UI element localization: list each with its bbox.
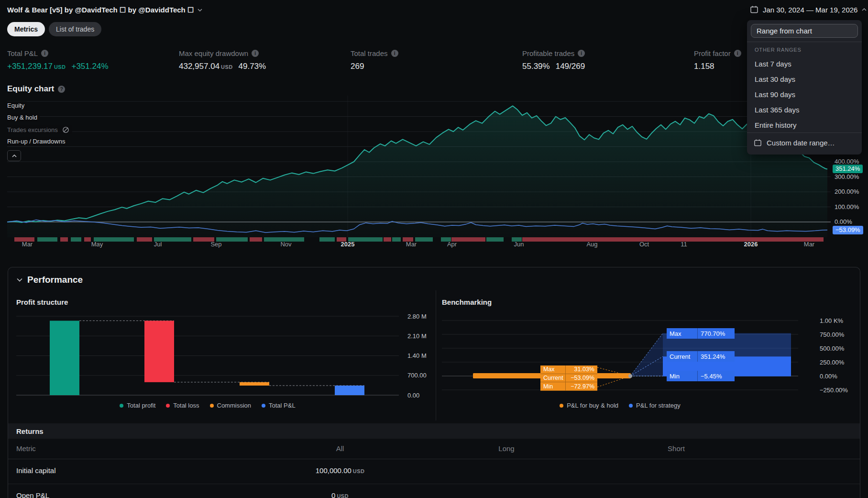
returns-metric-label: Initial capital	[16, 466, 56, 475]
collapse-chart-button[interactable]	[7, 150, 21, 161]
stat-label: Profitable tradesi	[522, 49, 585, 57]
info-icon[interactable]: i	[734, 50, 741, 57]
buy-hold-stat-value: −72.97%	[565, 382, 597, 391]
strategy-stat-chip: Current351.24%	[667, 351, 735, 362]
x-axis-label: Apr	[447, 241, 457, 248]
stat-label: Profit factori	[694, 49, 741, 57]
benchmarking-title: Benchmarking	[442, 298, 492, 306]
tab-metrics[interactable]: Metrics	[7, 22, 45, 36]
benchmarking-canvas[interactable]: 1.00 K%750.00%500.00%250.00%0.00%−250.00…	[442, 310, 860, 406]
info-icon[interactable]: i	[41, 50, 48, 57]
legend-label: Total P&L	[269, 402, 296, 409]
stat-total-trades: Total tradesi269	[351, 49, 398, 71]
returns-column-short: Short	[668, 444, 685, 453]
value-unit: USD	[337, 493, 348, 498]
legend-item-total-p-l[interactable]: Total P&L	[262, 402, 296, 409]
chevron-up-icon	[12, 155, 17, 157]
svg-text:500.00%: 500.00%	[820, 345, 845, 352]
returns-section-header[interactable]: Returns	[8, 423, 860, 439]
svg-text:0.00%: 0.00%	[820, 373, 837, 380]
x-axis-label: Mar	[406, 241, 417, 248]
stat-profitable-trades: Profitable tradesi55.39%149/269	[522, 49, 585, 71]
table-row: Open P&L0USD	[8, 484, 860, 498]
info-icon[interactable]: i	[252, 50, 259, 57]
buy-hold-stat-value: 31.03%	[565, 365, 597, 374]
stat-label-text: Total trades	[351, 49, 388, 57]
stat-value-segment: USD	[54, 64, 66, 70]
strategy-stat-label: Current	[667, 351, 697, 362]
equity-chart-canvas[interactable]	[0, 96, 868, 254]
menu-item-last-30-days[interactable]: Last 30 days	[747, 71, 862, 87]
svg-text:750.00%: 750.00%	[820, 331, 845, 338]
strategy-title[interactable]: Wolf & Bear [v5] by @DavidTech ☐ by @Dav…	[7, 6, 202, 14]
buy-hold-stat-value: −53.09%	[565, 374, 597, 383]
stat-label: Total P&Li	[7, 49, 109, 57]
legend-item-run-up-drawdowns[interactable]: Run-up / Drawdowns	[7, 137, 67, 145]
date-range-menu: Range from chart OTHER RANGES Last 7 day…	[747, 20, 862, 155]
legend-dot	[629, 404, 633, 408]
stat-label: Max equity drawdowni	[179, 49, 266, 57]
legend-dot	[166, 404, 170, 408]
stat-label-text: Max equity drawdown	[179, 49, 248, 57]
stat-total-p-l: Total P&Li+351,239.17USD+351.24%	[7, 49, 109, 71]
performance-heading[interactable]: Performance	[17, 275, 83, 285]
profit-structure-canvas[interactable]: 2.80 M2.10 M1.40 M700.00 K0.00	[16, 310, 428, 406]
x-axis-label: Nov	[280, 241, 291, 248]
performance-panel: Performance Profit structure Benchmarkin…	[8, 267, 860, 498]
buy-hold-stat-label: Current	[540, 374, 565, 383]
strategy-title-text: Wolf & Bear [v5] by @DavidTech ☐ by @Dav…	[7, 6, 194, 14]
stat-profit-factor: Profit factori1.158	[694, 49, 741, 71]
panel-divider	[436, 290, 436, 421]
help-icon[interactable]: ?	[58, 86, 65, 93]
stat-value-segment: 55.39%	[522, 62, 550, 71]
stat-label: Total tradesi	[351, 49, 398, 57]
info-icon[interactable]: i	[391, 50, 398, 57]
date-range-selector[interactable]: Jan 30, 2024 — Mar 19, 2026	[750, 5, 867, 14]
profit-structure-legend: Total profitTotal lossCommissionTotal P&…	[16, 402, 399, 409]
profit-structure-title: Profit structure	[16, 298, 68, 306]
x-axis-label: 2025	[341, 241, 355, 248]
info-icon[interactable]: i	[578, 50, 585, 57]
svg-text:250.00%: 250.00%	[820, 359, 845, 366]
legend-item-equity[interactable]: Equity	[7, 101, 27, 110]
returns-metric-label: Open P&L	[16, 491, 49, 498]
stat-value: 432,957.04USD49.73%	[179, 62, 266, 71]
legend-item-total-profit[interactable]: Total profit	[120, 402, 155, 409]
legend-label: Commission	[217, 402, 252, 409]
returns-metric-value: 0USD	[331, 491, 349, 498]
x-axis-label: May	[91, 241, 103, 248]
eye-off-icon[interactable]	[62, 126, 70, 134]
stat-value-segment: 149/269	[556, 62, 585, 71]
strategy-stat-label: Max	[667, 328, 697, 339]
legend-item-p-l-for-buy-hold[interactable]: P&L for buy & hold	[560, 402, 618, 409]
returns-table-header: MetricAllLongShort	[8, 439, 860, 459]
stat-label-text: Profitable trades	[522, 49, 574, 57]
menu-item-last-365-days[interactable]: Last 365 days	[747, 102, 862, 117]
legend-dot	[210, 404, 214, 408]
legend-item-p-l-for-strategy[interactable]: P&L for strategy	[629, 402, 681, 409]
legend-item-buy-hold[interactable]: Buy & hold	[7, 113, 40, 122]
tab-list-of-trades[interactable]: List of trades	[49, 22, 101, 36]
legend-item-trades-excursions[interactable]: Trades excursions	[7, 125, 72, 134]
menu-item-custom-date-range[interactable]: Custom date range…	[747, 133, 862, 152]
legend-item-commission[interactable]: Commission	[210, 402, 252, 409]
x-axis-label: 11	[681, 241, 687, 248]
stat-value-segment: 269	[351, 62, 364, 71]
menu-item-last-90-days[interactable]: Last 90 days	[747, 87, 862, 102]
y-axis-label: 100.00%	[835, 203, 859, 210]
x-axis-label: Mar	[804, 241, 814, 248]
table-row: Initial capital100,000.00USD	[8, 459, 860, 484]
y-axis-label: 200.00%	[835, 188, 859, 195]
x-axis-label: 2026	[744, 241, 758, 248]
legend-item-label: Run-up / Drawdowns	[7, 138, 65, 145]
equity-chart-area: EquityBuy & holdTrades excursionsRun-up …	[0, 96, 868, 254]
menu-item-entire-history[interactable]: Entire history	[747, 117, 862, 133]
stat-value-segment: +351,239.17	[7, 62, 53, 71]
stat-label-text: Profit factor	[694, 49, 731, 57]
menu-item-last-7-days[interactable]: Last 7 days	[747, 56, 862, 71]
svg-text:700.00 K: 700.00 K	[407, 372, 428, 379]
y-axis-label: 300.00%	[835, 173, 859, 180]
x-axis-label: Jun	[514, 241, 524, 248]
menu-item-range-from-chart[interactable]: Range from chart	[751, 24, 858, 38]
legend-item-total-loss[interactable]: Total loss	[166, 402, 199, 409]
